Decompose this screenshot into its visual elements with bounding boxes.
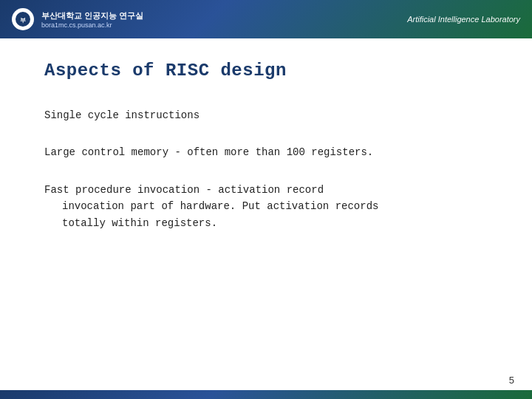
slide-number: 5 — [509, 375, 514, 386]
svg-text:부: 부 — [20, 17, 26, 24]
university-name: 부산대학교 인공지능 연구실 — [41, 10, 143, 21]
slide-title: Aspects of RISC design — [44, 61, 488, 81]
content-area: Aspects of RISC design Single cycle inst… — [0, 38, 532, 282]
header-text-block: 부산대학교 인공지능 연구실 bora1mc.cs.pusan.ac.kr — [41, 10, 143, 29]
bullet-text-3: Fast procedure invocation - activation r… — [44, 182, 488, 231]
bullet-text-1: Single cycle instructions — [44, 107, 488, 123]
bullet-text-3-line3: totally within registers. — [44, 215, 488, 231]
bullet-text-2: Large control memory - often more than 1… — [44, 144, 488, 160]
logo-circle: 부 — [12, 8, 34, 30]
header-bar: 부 부산대학교 인공지능 연구실 bora1mc.cs.pusan.ac.kr … — [0, 0, 532, 38]
header-left: 부 부산대학교 인공지능 연구실 bora1mc.cs.pusan.ac.kr — [12, 8, 143, 30]
bottom-bar — [0, 390, 532, 399]
bullet-item-3: Fast procedure invocation - activation r… — [44, 182, 488, 231]
lab-label: Artificial Intelligence Laboratory — [407, 15, 520, 24]
bullet-text-3-line2: invocation part of hardware. Put activat… — [44, 198, 488, 214]
bullet-text-3-line1: Fast procedure invocation - activation r… — [44, 184, 324, 196]
university-logo-icon: 부 — [15, 11, 31, 27]
university-url: bora1mc.cs.pusan.ac.kr — [41, 21, 143, 29]
bullet-item-1: Single cycle instructions — [44, 107, 488, 123]
bullet-item-2: Large control memory - often more than 1… — [44, 144, 488, 160]
